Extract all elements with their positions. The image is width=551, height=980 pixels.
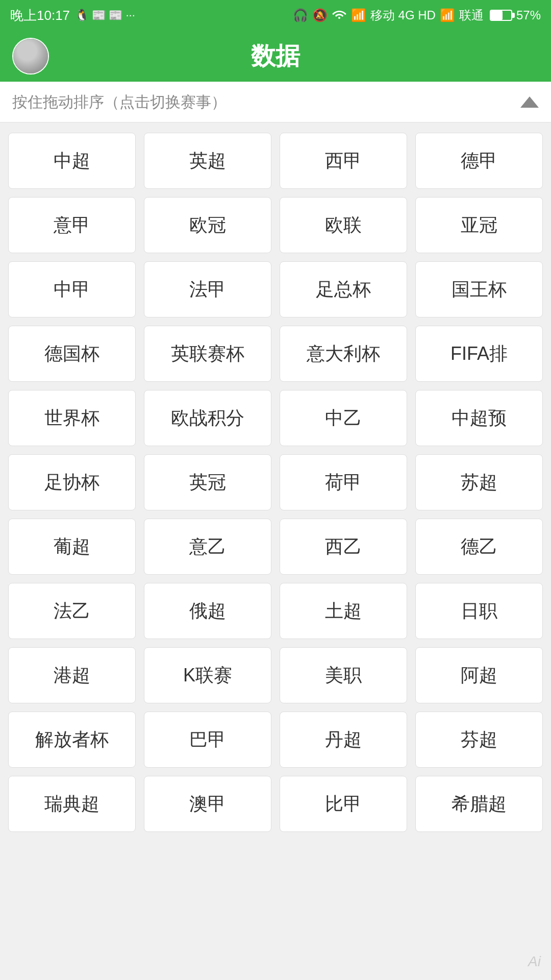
league-item-37[interactable]: 巴甲 xyxy=(144,712,271,768)
battery-percent: 57% xyxy=(516,8,541,22)
page-title: 数据 xyxy=(251,40,300,72)
league-grid-container: 中超英超西甲德甲意甲欧冠欧联亚冠中甲法甲足总杯国王杯德国杯英联赛杯意大利杯FIF… xyxy=(0,122,551,842)
league-item-25[interactable]: 意乙 xyxy=(144,519,271,575)
alarm-icon: 🔕 xyxy=(312,8,328,22)
league-item-20[interactable]: 足协杯 xyxy=(8,454,136,510)
league-item-17[interactable]: 欧战积分 xyxy=(144,390,271,446)
league-item-22[interactable]: 荷甲 xyxy=(280,454,407,510)
league-item-26[interactable]: 西乙 xyxy=(280,519,407,575)
watermark: Ai xyxy=(528,953,541,970)
carrier-label: 移动 4G HD xyxy=(370,7,436,23)
status-time: 晚上10:17 🐧 📰 📰 ··· xyxy=(10,7,135,24)
league-item-33[interactable]: K联赛 xyxy=(144,647,271,703)
league-item-23[interactable]: 苏超 xyxy=(415,454,543,510)
league-item-2[interactable]: 西甲 xyxy=(280,133,407,189)
league-item-4[interactable]: 意甲 xyxy=(8,197,136,253)
league-item-14[interactable]: 意大利杯 xyxy=(280,326,407,382)
app-header: 数据 xyxy=(0,31,551,82)
league-item-0[interactable]: 中超 xyxy=(8,133,136,189)
league-item-43[interactable]: 希腊超 xyxy=(415,776,543,832)
league-item-13[interactable]: 英联赛杯 xyxy=(144,326,271,382)
league-item-41[interactable]: 澳甲 xyxy=(144,776,271,832)
league-item-5[interactable]: 欧冠 xyxy=(144,197,271,253)
league-item-31[interactable]: 日职 xyxy=(415,583,543,639)
league-item-21[interactable]: 英冠 xyxy=(144,454,271,510)
league-item-32[interactable]: 港超 xyxy=(8,647,136,703)
league-item-7[interactable]: 亚冠 xyxy=(415,197,543,253)
wifi-icon xyxy=(332,8,347,23)
league-item-42[interactable]: 比甲 xyxy=(280,776,407,832)
league-item-28[interactable]: 法乙 xyxy=(8,583,136,639)
carrier-label2: 联通 xyxy=(459,7,484,23)
league-item-18[interactable]: 中乙 xyxy=(280,390,407,446)
league-item-30[interactable]: 土超 xyxy=(280,583,407,639)
collapse-icon[interactable] xyxy=(520,96,539,108)
time-display: 晚上10:17 xyxy=(10,7,70,24)
league-item-6[interactable]: 欧联 xyxy=(280,197,407,253)
league-item-9[interactable]: 法甲 xyxy=(144,261,271,317)
league-item-15[interactable]: FIFA排 xyxy=(415,326,543,382)
avatar[interactable] xyxy=(12,38,49,75)
sort-bar[interactable]: 按住拖动排序（点击切换赛事） xyxy=(0,82,551,122)
league-item-16[interactable]: 世界杯 xyxy=(8,390,136,446)
league-grid: 中超英超西甲德甲意甲欧冠欧联亚冠中甲法甲足总杯国王杯德国杯英联赛杯意大利杯FIF… xyxy=(8,133,543,832)
league-item-36[interactable]: 解放者杯 xyxy=(8,712,136,768)
league-item-24[interactable]: 葡超 xyxy=(8,519,136,575)
league-item-8[interactable]: 中甲 xyxy=(8,261,136,317)
league-item-35[interactable]: 阿超 xyxy=(415,647,543,703)
league-item-39[interactable]: 芬超 xyxy=(415,712,543,768)
league-item-3[interactable]: 德甲 xyxy=(415,133,543,189)
signal-icons: 📶 xyxy=(351,8,366,22)
battery-icon xyxy=(490,10,512,21)
sort-label: 按住拖动排序（点击切换赛事） xyxy=(12,91,227,113)
league-item-11[interactable]: 国王杯 xyxy=(415,261,543,317)
league-item-38[interactable]: 丹超 xyxy=(280,712,407,768)
headphone-icon: 🎧 xyxy=(293,8,308,22)
status-right: 🎧 🔕 📶 移动 4G HD 📶 联通 57% xyxy=(293,7,541,23)
signal-icons2: 📶 xyxy=(440,8,455,22)
league-item-40[interactable]: 瑞典超 xyxy=(8,776,136,832)
league-item-29[interactable]: 俄超 xyxy=(144,583,271,639)
league-item-12[interactable]: 德国杯 xyxy=(8,326,136,382)
league-item-34[interactable]: 美职 xyxy=(280,647,407,703)
league-item-19[interactable]: 中超预 xyxy=(415,390,543,446)
league-item-27[interactable]: 德乙 xyxy=(415,519,543,575)
notification-icons: 🐧 📰 📰 ··· xyxy=(75,9,135,22)
league-item-10[interactable]: 足总杯 xyxy=(280,261,407,317)
league-item-1[interactable]: 英超 xyxy=(144,133,271,189)
status-bar: 晚上10:17 🐧 📰 📰 ··· 🎧 🔕 📶 移动 4G HD 📶 联通 57… xyxy=(0,0,551,31)
